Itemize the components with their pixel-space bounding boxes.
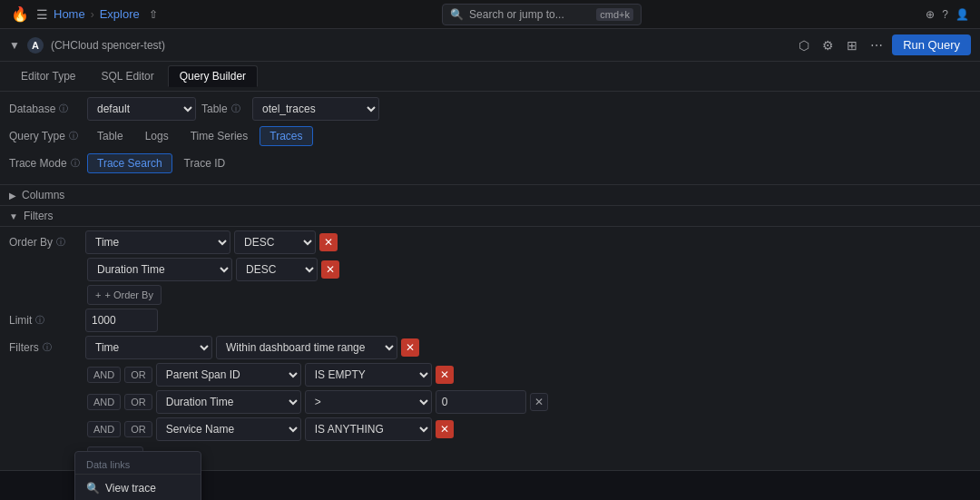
gear-icon[interactable]: ⚙	[818, 36, 838, 54]
filters-delete-time[interactable]: ✕	[401, 338, 419, 357]
topbar: 🔥 ☰ Home › Explore ⇧ 🔍 Search or jump to…	[0, 0, 980, 29]
trace-mode-label: Trace Mode ⓘ	[9, 157, 82, 170]
trace-mode-search[interactable]: Trace Search	[87, 153, 172, 173]
query-header-right: ⬡ ⚙ ⊞ ⋯ Run Query	[795, 34, 971, 55]
logic-or-1[interactable]: OR	[124, 367, 152, 383]
db-row: Database ⓘ default Table ⓘ otel_traces	[9, 97, 971, 121]
plus-icon: +	[95, 289, 101, 300]
context-item-trace[interactable]: 🔍 View trace	[75, 478, 201, 498]
limit-row: Limit ⓘ	[9, 309, 971, 332]
filter-col-3-select[interactable]: Service Name	[156, 417, 301, 441]
more-icon[interactable]: ⋯	[867, 36, 887, 54]
user-icon[interactable]: 👤	[956, 8, 969, 21]
columns-icon[interactable]: ⊞	[843, 36, 861, 54]
logic-and-3[interactable]: AND	[87, 421, 121, 437]
query-header: ▼ A (CHCloud spencer-test) ⬡ ⚙ ⊞ ⋯ Run Q…	[0, 29, 980, 62]
filters-content: Order By ⓘ Time DESC ✕ Duration Time DES…	[0, 226, 980, 470]
limit-label: Limit ⓘ	[9, 314, 82, 327]
order-by-col-select[interactable]: Time	[85, 230, 230, 254]
filter-row-1: AND OR Parent Span ID IS EMPTY ✕	[9, 363, 971, 387]
time-range-select[interactable]: Within dashboard time range	[216, 336, 397, 359]
database-label: Database ⓘ	[9, 103, 82, 115]
filter-col-1-select[interactable]: Parent Span ID	[156, 363, 301, 387]
menu-icon[interactable]: ☰	[36, 7, 48, 22]
order-by-dir-2-select[interactable]: DESC	[236, 258, 318, 281]
topbar-right: ⊕ ? 👤	[926, 8, 969, 21]
search-bar[interactable]: 🔍 Search or jump to... cmd+k	[442, 4, 642, 25]
breadcrumb-sep: ›	[91, 8, 94, 21]
editor-tabs: Editor Type SQL Editor Query Builder	[0, 62, 980, 92]
logic-or-2[interactable]: OR	[124, 394, 152, 410]
qtype-logs[interactable]: Logs	[135, 126, 179, 146]
new-icon[interactable]: ⊕	[926, 8, 935, 21]
qtype-table[interactable]: Table	[87, 126, 133, 146]
orderby-info-icon[interactable]: ⓘ	[56, 236, 65, 249]
order-by-col-2-select[interactable]: Duration Time	[87, 258, 232, 281]
columns-arrow: ▶	[9, 191, 16, 201]
grafana-logo[interactable]: 🔥	[11, 5, 29, 23]
filters-info-icon[interactable]: ⓘ	[43, 341, 52, 354]
main-content: ▼ A (CHCloud spencer-test) ⬡ ⚙ ⊞ ⋯ Run Q…	[0, 29, 980, 471]
order-by-dir-select[interactable]: DESC	[234, 230, 316, 254]
qtype-traces[interactable]: Traces	[260, 126, 312, 146]
filter-val-2-input[interactable]	[436, 390, 526, 414]
filter-delete-2[interactable]: ✕	[530, 393, 548, 411]
database-info-icon[interactable]: ⓘ	[59, 103, 68, 115]
logic-and-1[interactable]: AND	[87, 367, 121, 383]
qtype-timeseries[interactable]: Time Series	[181, 126, 259, 146]
logic-and-2[interactable]: AND	[87, 394, 121, 410]
add-order-by-button[interactable]: + + Order By	[87, 285, 162, 305]
logic-or-3[interactable]: OR	[124, 421, 152, 437]
filter-op-3-select[interactable]: IS ANYTHING	[305, 417, 432, 441]
kbd-hint: cmd+k	[596, 8, 633, 21]
query-header-left: ▼ A (CHCloud spencer-test)	[9, 37, 165, 54]
filters-col-label: Filters ⓘ	[9, 341, 82, 354]
breadcrumb-home[interactable]: Home	[54, 7, 85, 21]
filter-delete-3[interactable]: ✕	[436, 420, 454, 438]
trace-mode-tabs: Trace Search Trace ID	[87, 153, 235, 173]
trace-mode-row: Trace Mode ⓘ Trace Search Trace ID	[9, 152, 971, 175]
database-select[interactable]: default	[87, 97, 196, 121]
limit-info-icon[interactable]: ⓘ	[35, 314, 44, 327]
limit-input[interactable]	[85, 309, 158, 332]
query-panel: ▼ A (CHCloud spencer-test) ⬡ ⚙ ⊞ ⋯ Run Q…	[0, 29, 980, 471]
search-placeholder: Search or jump to...	[469, 8, 564, 21]
query-type-label: Query Type ⓘ	[9, 130, 82, 142]
search-icon: 🔍	[450, 8, 464, 21]
tab-sql-editor[interactable]: SQL Editor	[89, 65, 165, 87]
qtype-info-icon[interactable]: ⓘ	[69, 130, 78, 142]
context-menu-header: Data links	[75, 457, 201, 475]
order-by-add-row: + + Order By	[9, 285, 971, 305]
filters-header-row: Filters ⓘ Time Within dashboard time ran…	[9, 336, 971, 359]
order-by-label: Order By ⓘ	[9, 236, 82, 249]
order-by-delete-2[interactable]: ✕	[321, 260, 339, 279]
context-menu: Data links 🔍 View trace 📋 View logs	[74, 451, 201, 500]
tab-editor-type[interactable]: Editor Type	[9, 65, 87, 87]
table-info-icon[interactable]: ⓘ	[231, 103, 240, 115]
table-label: Table ⓘ	[201, 103, 247, 115]
filter-op-1-select[interactable]: IS EMPTY	[305, 363, 432, 387]
columns-section-header[interactable]: ▶ Columns	[0, 184, 980, 205]
help-icon[interactable]: ?	[942, 8, 948, 21]
filters-arrow: ▼	[9, 211, 18, 221]
filter-col-2-select[interactable]: Duration Time	[156, 390, 301, 414]
trace-mode-id[interactable]: Trace ID	[174, 153, 236, 173]
table-select[interactable]: otel_traces	[252, 97, 379, 121]
topbar-left: 🔥 ☰ Home › Explore ⇧	[11, 5, 158, 23]
collapse-btn[interactable]: ▼	[9, 39, 20, 52]
filter-delete-1[interactable]: ✕	[436, 366, 454, 384]
share-icon[interactable]: ⇧	[149, 8, 158, 21]
run-query-button[interactable]: Run Query	[892, 34, 971, 55]
breadcrumb-explore[interactable]: Explore	[100, 7, 140, 21]
filter-op-2-select[interactable]: >	[305, 390, 432, 414]
columns-label: Columns	[22, 189, 64, 201]
time-col-select[interactable]: Time	[85, 336, 212, 359]
tracemode-info-icon[interactable]: ⓘ	[71, 157, 80, 170]
tab-query-builder[interactable]: Query Builder	[168, 65, 258, 87]
order-by-delete-1[interactable]: ✕	[319, 233, 338, 251]
dashboard-icon[interactable]: ⬡	[795, 36, 813, 54]
filter-row-2: AND OR Duration Time > ✕	[9, 390, 971, 414]
filters-section-header[interactable]: ▼ Filters	[0, 205, 980, 226]
filter-row-3: AND OR Service Name IS ANYTHING ✕	[9, 417, 971, 441]
query-id: A	[27, 37, 44, 54]
